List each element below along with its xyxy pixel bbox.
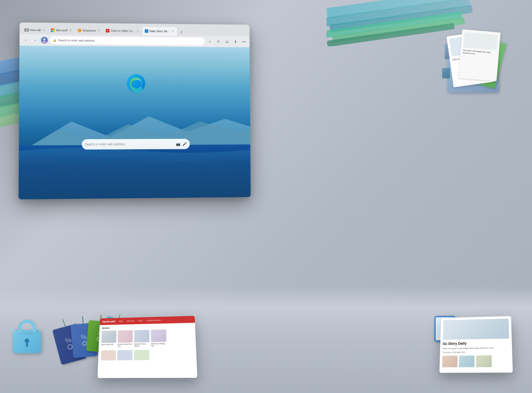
daily-story-card: Su Story Daily When the queen of pineapp… [439, 316, 513, 373]
van-product-1: Mock Neck Knit [101, 331, 117, 348]
van-product-img-2 [118, 330, 133, 343]
tray-clip [442, 68, 450, 78]
vanarsdel-nav-kids: Kids [138, 320, 142, 322]
vanarsdel-nav-collab: Collaborations [146, 319, 161, 322]
tab-title-shopisima: Shopisima [83, 29, 96, 32]
stacked-cards-group: When the t... is not al... The queen of … [440, 31, 506, 113]
microsoft-favicon [51, 28, 55, 32]
card-2-text: The queen of pineapple tarts really dese… [463, 49, 496, 57]
tab-new-tab[interactable]: 15 New tab ✕ [22, 25, 48, 34]
tab-daily-story[interactable]: Daily Story Str... ✕ [142, 27, 177, 36]
browser-window: 15 New tab ✕ Microsoft ✕ S Shopisima ✕ F [18, 22, 251, 199]
van-product-3: New the Poled Shade [134, 330, 149, 348]
vanarsdel-section-title: Women [102, 325, 193, 329]
tab-close-farm[interactable]: ✕ [136, 29, 140, 33]
van-product-name-2: Floral Printed Pom Dou [118, 343, 133, 348]
new-tab-button[interactable]: + [178, 29, 185, 36]
address-text: Search or enter web address [58, 39, 202, 43]
lock-shackle [18, 320, 36, 333]
van-p2-1 [101, 350, 116, 360]
tab-microsoft[interactable]: Microsoft ✕ [48, 26, 75, 35]
article-thumb-1 [442, 356, 458, 368]
van-product-2: Floral Printed Pom Dou [118, 330, 133, 348]
vanarsdel-body: Women Mock Neck Knit Floral Printed Pom … [98, 323, 197, 362]
search-placeholder-text: Search or enter web address [85, 142, 174, 146]
edge-logo [126, 73, 146, 94]
vanarsdel-nav-men: Men [119, 320, 123, 323]
more-button[interactable]: ••• [241, 39, 247, 45]
vanarsdel-nav-women: Women [127, 320, 135, 322]
tab-title-microsoft: Microsoft [56, 29, 68, 32]
profile-avatar[interactable] [41, 37, 48, 43]
vanarsdel-products-row2 [101, 349, 194, 360]
new-tab-page: Search or enter web address 📷 🎤 [18, 46, 251, 200]
water-reflection [18, 144, 251, 199]
new-tab-search-bar[interactable]: Search or enter web address 📷 🎤 [82, 139, 190, 150]
back-button[interactable]: ‹ [22, 36, 30, 44]
svg-point-0 [43, 38, 45, 40]
card-2: The queen of pineapple tarts really dese… [458, 29, 501, 81]
daily-story-favicon [145, 29, 148, 33]
collections-button[interactable]: 🗂 [224, 38, 230, 45]
daily-story-hero-image [443, 319, 509, 340]
lock-icon: 🔒 [53, 39, 56, 42]
van-product-img-3 [134, 330, 149, 342]
address-bar-area: ‹ › 🔒 Search or enter web address ☆ ↻ 🗂 … [20, 34, 250, 47]
van-product-name-1: Mock Neck Knit [101, 343, 116, 346]
vanarsdel-logo: VanArsdel [102, 320, 115, 323]
tab-close-new[interactable]: ✕ [42, 28, 46, 32]
tab-bar: 15 New tab ✕ Microsoft ✕ S Shopisima ✕ F [20, 22, 250, 36]
svg-point-1 [43, 41, 46, 43]
farm-favicon: F [106, 29, 109, 32]
favorites-button[interactable]: ☆ [206, 38, 213, 45]
forward-button[interactable]: › [32, 36, 39, 44]
tab-title-new: New tab [30, 29, 41, 32]
article-thumb-3 [476, 355, 492, 367]
van-p2-3 [134, 350, 149, 360]
van-product-4: Seamless Design Top [151, 329, 167, 347]
address-bar[interactable]: 🔒 Search or enter web address [50, 36, 205, 45]
tab-title-farm: Farm to Table Co... [111, 29, 135, 33]
daily-story-articles [440, 355, 513, 370]
van-product-name-3: New the Poled Shade [134, 343, 149, 347]
camera-search-icon[interactable]: 📷 [176, 142, 180, 146]
tab-title-daily-story: Daily Story Str... [149, 30, 169, 33]
van-product-img-4 [151, 329, 166, 342]
microphone-search-icon[interactable]: 🎤 [182, 142, 187, 146]
shopisima-favicon: S [78, 29, 81, 32]
tab-farm[interactable]: F Farm to Table Co... ✕ [103, 26, 142, 35]
van-product-name-4: Seamless Design Top [151, 343, 166, 347]
daily-story-title: Su Story Daily [443, 341, 509, 346]
tab-badge: 15 [24, 29, 29, 32]
van-p2-2 [117, 350, 133, 360]
tab-shopisima[interactable]: S Shopisima ✕ [75, 26, 103, 35]
daily-story-subtitle: The queen of pineapple tarts... [442, 351, 509, 353]
tab-close-shopisima[interactable]: ✕ [97, 29, 101, 32]
daily-story-body-text: When the queen of pineapple tarts really… [443, 346, 509, 350]
new-tab-search-area: Search or enter web address 📷 🎤 [82, 139, 190, 150]
tab-close-daily-story[interactable]: ✕ [171, 30, 174, 33]
vanarsdel-card: VanArsdel Men Women Kids Collaborations … [98, 316, 197, 378]
van-product-img-1 [101, 331, 117, 343]
article-thumb-2 [459, 355, 474, 367]
lock-3d: ✦ ✦ [13, 320, 41, 353]
daily-story-content: Su Story Daily When the queen of pineapp… [440, 316, 512, 356]
share-button[interactable]: ⬆ [232, 38, 239, 45]
refresh-button[interactable]: ↻ [215, 38, 222, 45]
tab-close-microsoft[interactable]: ✕ [69, 29, 72, 32]
vanarsdel-products: Mock Neck Knit Floral Printed Pom Dou Ne… [101, 329, 193, 348]
landscape-bg [18, 46, 251, 200]
